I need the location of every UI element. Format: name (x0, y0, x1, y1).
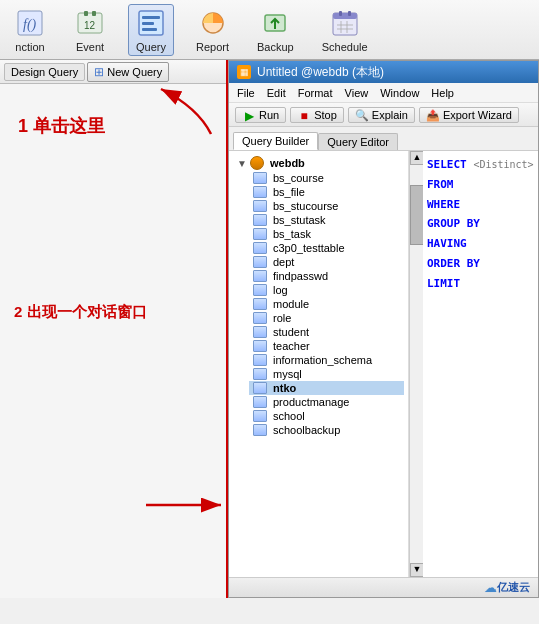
table-icon (253, 312, 267, 324)
list-item[interactable]: school (249, 409, 404, 423)
tree-panel[interactable]: ▼ webdb bs_course bs_file (229, 151, 409, 577)
tree-root-label: webdb (270, 157, 305, 169)
tree-item-label: student (273, 326, 309, 338)
query-editor-label: Query Editor (327, 136, 389, 148)
svg-rect-15 (339, 11, 342, 16)
menu-help[interactable]: Help (431, 87, 454, 99)
list-item[interactable]: mysql (249, 367, 404, 381)
table-icon (253, 228, 267, 240)
window-title: Untitled @webdb (本地) (257, 64, 384, 81)
query-builder-tab[interactable]: Query Builder (233, 132, 318, 150)
tree-item-label: role (273, 312, 291, 324)
event-icon: 12 (74, 7, 106, 39)
list-item[interactable]: teacher (249, 339, 404, 353)
sql-having-keyword: HAVING (427, 237, 467, 250)
export-icon: 📤 (426, 109, 440, 121)
list-item[interactable]: log (249, 283, 404, 297)
tree-item-label: schoolbackup (273, 424, 340, 436)
stop-button[interactable]: ■ Stop (290, 107, 344, 123)
design-query-label: Design Query (11, 66, 78, 78)
sql-panel: SELECT <Distinct> FROM WHERE GROUP BY HA… (423, 151, 538, 577)
event-label: Event (76, 41, 104, 53)
svg-text:12: 12 (84, 20, 96, 31)
list-item[interactable]: bs_course (249, 171, 404, 185)
right-panel: ▦ Untitled @webdb (本地) File Edit Format … (228, 60, 539, 598)
list-item[interactable]: c3p0_testtable (249, 241, 404, 255)
list-item[interactable]: information_schema (249, 353, 404, 367)
tree-item-label: productmanage (273, 396, 349, 408)
list-item[interactable]: student (249, 325, 404, 339)
list-item[interactable]: bs_stutask (249, 213, 404, 227)
tree-item-label: school (273, 410, 305, 422)
list-item[interactable]: role (249, 311, 404, 325)
content-area: ▼ webdb bs_course bs_file (229, 151, 538, 577)
run-button[interactable]: ▶ Run (235, 107, 286, 123)
action-bar: ▶ Run ■ Stop 🔍 Explain 📤 Export Wizard (229, 103, 538, 127)
export-wizard-button[interactable]: 📤 Export Wizard (419, 107, 519, 123)
query-tabs: Query Builder Query Editor (229, 127, 538, 151)
list-item[interactable]: bs_task (249, 227, 404, 241)
tree-item-label: bs_file (273, 186, 305, 198)
list-item[interactable]: ntko (249, 381, 404, 395)
list-item[interactable]: dept (249, 255, 404, 269)
menu-view[interactable]: View (345, 87, 369, 99)
tree-item-label: module (273, 298, 309, 310)
new-query-tab[interactable]: ⊞ New Query (87, 62, 169, 82)
scroll-down-button[interactable]: ▼ (410, 563, 424, 577)
arrow-1-icon (151, 84, 221, 139)
sql-from-keyword: FROM (427, 178, 454, 191)
tree-item-label: ntko (273, 382, 296, 394)
toolbar-backup[interactable]: Backup (251, 5, 300, 55)
table-icon (253, 396, 267, 408)
tree-scrollbar[interactable]: ▲ ▼ (409, 151, 423, 577)
svg-text:f(): f() (23, 17, 37, 33)
design-query-tab[interactable]: Design Query (4, 63, 85, 81)
tree-item-label: bs_course (273, 172, 324, 184)
svg-rect-14 (333, 13, 357, 19)
svg-rect-4 (92, 11, 96, 16)
function-label: nction (15, 41, 44, 53)
scroll-up-button[interactable]: ▲ (410, 151, 424, 165)
query-builder-label: Query Builder (242, 135, 309, 147)
toolbar-event[interactable]: 12 Event (68, 5, 112, 55)
menu-format[interactable]: Format (298, 87, 333, 99)
tree-item-label: bs_stucourse (273, 200, 338, 212)
tree-item-label: dept (273, 256, 294, 268)
list-item[interactable]: module (249, 297, 404, 311)
scroll-thumb[interactable] (410, 185, 424, 245)
table-icon (253, 214, 267, 226)
toolbar-schedule[interactable]: Schedule (316, 5, 374, 55)
stop-icon: ■ (297, 109, 311, 121)
menu-edit[interactable]: Edit (267, 87, 286, 99)
toolbar-function[interactable]: f() nction (8, 5, 52, 55)
explain-button[interactable]: 🔍 Explain (348, 107, 415, 123)
list-item[interactable]: findpasswd (249, 269, 404, 283)
tree-item-label: teacher (273, 340, 310, 352)
left-panel: Design Query ⊞ New Query 1 单击这里 2 出现一个对话… (0, 60, 228, 598)
tree-root-item[interactable]: ▼ webdb (233, 155, 404, 171)
backup-label: Backup (257, 41, 294, 53)
svg-rect-7 (142, 16, 160, 19)
tree-item-label: log (273, 284, 288, 296)
main-layout: Design Query ⊞ New Query 1 单击这里 2 出现一个对话… (0, 60, 539, 598)
table-icon (253, 172, 267, 184)
sql-distinct-hint: <Distinct> (473, 159, 533, 170)
menu-window[interactable]: Window (380, 87, 419, 99)
table-icon (253, 270, 267, 282)
table-icon (253, 256, 267, 268)
toolbar-query[interactable]: Query (128, 4, 174, 56)
svg-rect-9 (142, 28, 157, 31)
list-item[interactable]: productmanage (249, 395, 404, 409)
toolbar-report[interactable]: Report (190, 5, 235, 55)
export-wizard-label: Export Wizard (443, 109, 512, 121)
tree-item-label: mysql (273, 368, 302, 380)
query-editor-tab[interactable]: Query Editor (318, 133, 398, 150)
list-item[interactable]: schoolbackup (249, 423, 404, 437)
table-icon (253, 186, 267, 198)
db-icon: ▦ (237, 65, 251, 79)
menu-bar: File Edit Format View Window Help (229, 83, 538, 103)
svg-rect-16 (348, 11, 351, 16)
list-item[interactable]: bs_stucourse (249, 199, 404, 213)
menu-file[interactable]: File (237, 87, 255, 99)
list-item[interactable]: bs_file (249, 185, 404, 199)
